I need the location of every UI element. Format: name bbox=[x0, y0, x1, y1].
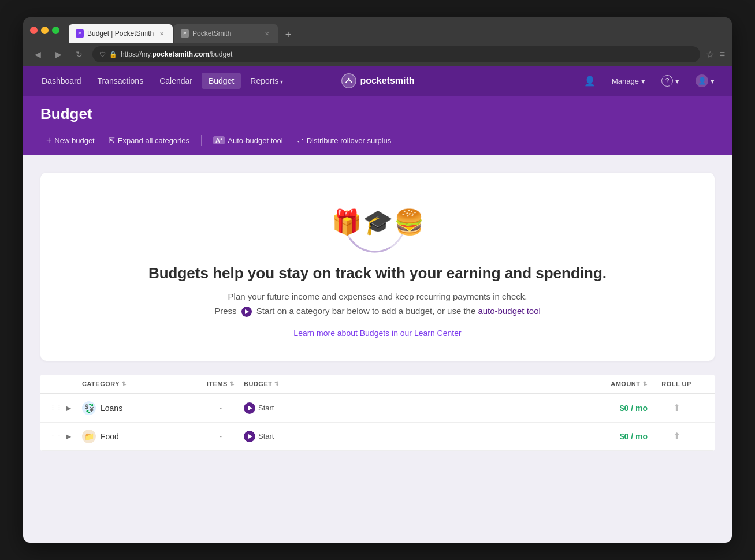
nav-bar: Dashboard Transactions Calendar Budget R… bbox=[23, 66, 732, 96]
th-rollup: ROLL UP bbox=[648, 380, 705, 387]
rollup-icon: ⬆ bbox=[673, 431, 680, 441]
distribute-label: Distribute rollover surplus bbox=[307, 136, 392, 145]
nav-right: 👤 Manage ▾ ? ▾ 👤 ▾ bbox=[578, 71, 720, 91]
help-icon: ? bbox=[661, 75, 673, 87]
action-divider bbox=[201, 135, 202, 146]
nav-item-dashboard[interactable]: Dashboard bbox=[35, 73, 88, 89]
press-label: Press bbox=[214, 306, 236, 316]
auto-budget-label: Auto-budget tool bbox=[228, 136, 282, 145]
browser-window: P Budget | PocketSmith ✕ P PocketSmith ✕… bbox=[23, 17, 732, 543]
user-icon: 👤 bbox=[696, 74, 708, 87]
nav-help-button[interactable]: ? ▾ bbox=[656, 72, 685, 90]
play-inline-icon bbox=[241, 307, 252, 317]
table-header: CATEGORY ⇅ ITEMS ⇅ BUDGET ⇅ AMOUNT ⇅ bbox=[40, 375, 715, 394]
tab-close-2[interactable]: ✕ bbox=[263, 29, 271, 38]
th-rollup-label: ROLL UP bbox=[661, 380, 691, 387]
row-play-icon bbox=[244, 402, 255, 414]
address-bar[interactable]: 🛡 🔒 https://my.pocketsmith.com/budget bbox=[92, 46, 700, 62]
emoji-burger: 🍔 bbox=[394, 208, 424, 236]
th-category-sort-icon: ⇅ bbox=[122, 381, 127, 387]
tab-title-1: Budget | PocketSmith bbox=[87, 29, 154, 38]
budget-table: CATEGORY ⇅ ITEMS ⇅ BUDGET ⇅ AMOUNT ⇅ bbox=[40, 375, 715, 451]
expand-icon: ⇱ bbox=[109, 136, 115, 145]
forward-button[interactable]: ▶ bbox=[51, 47, 66, 62]
row-items-cell: - bbox=[198, 432, 244, 440]
app-content: Dashboard Transactions Calendar Budget R… bbox=[23, 66, 732, 543]
auto-budget-button[interactable]: A* Auto-budget tool bbox=[207, 133, 289, 148]
th-budget-label: BUDGET bbox=[244, 380, 272, 387]
row-start-button[interactable]: Start bbox=[244, 402, 567, 414]
logo-text: pocketsmith bbox=[360, 76, 414, 86]
row-drag-handle[interactable]: ⋮⋮ bbox=[50, 432, 66, 440]
help-arrow-icon: ▾ bbox=[675, 77, 679, 85]
reload-button[interactable]: ↻ bbox=[72, 47, 87, 62]
row-start-button[interactable]: Start bbox=[244, 431, 567, 442]
emoji-gift: 🎁 bbox=[332, 208, 362, 236]
browser-tab-2[interactable]: P PocketSmith ✕ bbox=[174, 24, 278, 43]
promo-illustration: 🎁 🎓 🍔 bbox=[58, 196, 697, 248]
nav-item-calendar[interactable]: Calendar bbox=[153, 73, 199, 89]
row-category-cell: 📁 Food bbox=[82, 430, 198, 443]
budgets-link[interactable]: Budgets bbox=[360, 328, 389, 338]
security-icon: 🛡 bbox=[99, 51, 106, 58]
learn-suffix: in our Learn Center bbox=[389, 328, 462, 338]
back-button[interactable]: ◀ bbox=[30, 47, 45, 62]
traffic-lights bbox=[30, 27, 59, 34]
nav-item-budget[interactable]: Budget bbox=[202, 73, 241, 89]
logo-icon bbox=[340, 73, 356, 89]
row-play-icon bbox=[244, 431, 255, 442]
svg-marker-6 bbox=[248, 434, 252, 439]
tab-title-2: PocketSmith bbox=[192, 29, 259, 38]
th-amount-label: AMOUNT bbox=[611, 380, 640, 387]
svg-point-1 bbox=[348, 78, 350, 80]
nav-item-reports[interactable]: Reports bbox=[243, 73, 290, 89]
maximize-button[interactable] bbox=[52, 27, 59, 34]
close-button[interactable] bbox=[30, 27, 38, 34]
page-actions: + New budget ⇱ Expand all categories A* … bbox=[40, 132, 715, 155]
th-budget-sort-icon: ⇅ bbox=[274, 381, 280, 387]
new-budget-label: New budget bbox=[54, 136, 94, 145]
th-category[interactable]: CATEGORY ⇅ bbox=[82, 380, 198, 387]
url-display: https://my.pocketsmith.com/budget bbox=[121, 50, 232, 58]
expand-all-button[interactable]: ⇱ Expand all categories bbox=[103, 133, 195, 148]
nav-item-transactions[interactable]: Transactions bbox=[91, 73, 151, 89]
browser-menu-button[interactable]: ≡ bbox=[720, 49, 725, 59]
th-budget[interactable]: BUDGET ⇅ bbox=[244, 380, 567, 387]
new-budget-button[interactable]: + New budget bbox=[40, 132, 101, 148]
nav-left: Dashboard Transactions Calendar Budget R… bbox=[35, 73, 290, 89]
manage-label: Manage bbox=[612, 77, 639, 85]
row-expand-button[interactable]: ▶ bbox=[66, 432, 82, 440]
nav-user-button[interactable]: 👤 ▾ bbox=[690, 71, 720, 91]
bookmark-button[interactable]: ☆ bbox=[706, 49, 714, 60]
row-drag-handle[interactable]: ⋮⋮ bbox=[50, 404, 66, 412]
th-category-label: CATEGORY bbox=[82, 380, 120, 387]
th-items[interactable]: ITEMS ⇅ bbox=[198, 380, 244, 387]
svg-marker-4 bbox=[245, 309, 249, 314]
auto-budget-link[interactable]: auto-budget tool bbox=[478, 306, 540, 316]
page-header: Budget + New budget ⇱ Expand all categor… bbox=[23, 96, 732, 155]
user-arrow-icon: ▾ bbox=[711, 77, 715, 85]
promo-instruction: Press Start on a category bar below to a… bbox=[58, 306, 697, 317]
minimize-button[interactable] bbox=[41, 27, 49, 34]
row-rollup-toggle[interactable]: ⬆ bbox=[648, 402, 705, 413]
promo-subtext: Plan your future income and expenses and… bbox=[58, 292, 697, 301]
tab-close-1[interactable]: ✕ bbox=[158, 29, 166, 38]
th-amount[interactable]: AMOUNT ⇅ bbox=[567, 380, 648, 387]
th-items-sort-icon: ⇅ bbox=[230, 381, 235, 387]
nav-manage-button[interactable]: Manage ▾ bbox=[606, 73, 651, 89]
expand-all-label: Expand all categories bbox=[118, 136, 189, 145]
distribute-button[interactable]: ⇌ Distribute rollover surplus bbox=[291, 133, 397, 148]
row-expand-button[interactable]: ▶ bbox=[66, 404, 82, 412]
nav-logo: pocketsmith bbox=[340, 73, 414, 89]
new-tab-button[interactable]: + bbox=[280, 27, 296, 43]
lock-icon: 🔒 bbox=[109, 51, 117, 58]
plus-icon: + bbox=[46, 135, 51, 145]
nav-accounts-button[interactable]: 👤 bbox=[578, 72, 601, 90]
row-category-icon: 💱 bbox=[82, 401, 96, 415]
row-category-icon: 📁 bbox=[82, 430, 96, 443]
svg-point-0 bbox=[341, 74, 356, 88]
row-rollup-toggle[interactable]: ⬆ bbox=[648, 431, 705, 442]
th-items-label: ITEMS bbox=[207, 380, 228, 387]
th-amount-sort-icon: ⇅ bbox=[643, 381, 648, 387]
browser-tab-active[interactable]: P Budget | PocketSmith ✕ bbox=[69, 24, 173, 43]
